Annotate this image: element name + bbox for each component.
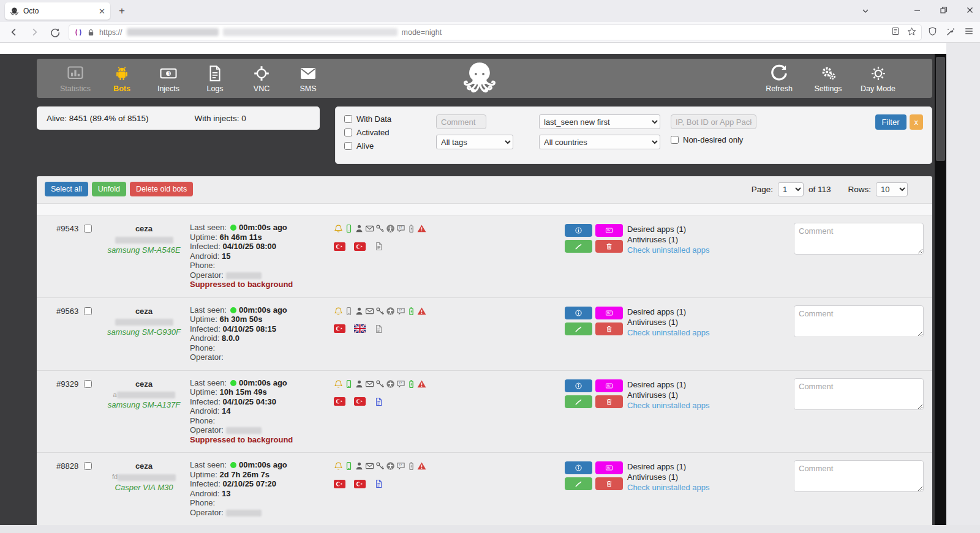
extension-icon[interactable] [74, 28, 83, 37]
phone-icon[interactable] [344, 224, 353, 233]
nav-item-statistics[interactable]: Statistics [59, 64, 92, 93]
filter-button[interactable]: Filter [875, 114, 907, 130]
warning-icon[interactable] [417, 307, 426, 316]
mail-icon[interactable] [365, 307, 374, 316]
battery-icon[interactable] [407, 461, 416, 471]
new-tab-button[interactable]: + [119, 5, 125, 17]
select-all-button[interactable]: Select all [45, 182, 88, 196]
tab-list-chevron-icon[interactable] [861, 0, 870, 22]
rows-select[interactable]: 10 [876, 182, 908, 196]
comment-textarea[interactable] [794, 378, 924, 410]
tab-close-icon[interactable]: ✕ [99, 7, 105, 15]
reload-icon[interactable] [48, 25, 62, 40]
row-select-checkbox[interactable] [84, 462, 92, 470]
user-icon[interactable] [355, 379, 364, 389]
menu-hamburger-icon[interactable] [964, 26, 974, 38]
user-icon[interactable] [355, 224, 364, 233]
shield-icon[interactable] [928, 26, 937, 38]
battery-icon[interactable] [407, 307, 416, 316]
accessibility-icon[interactable] [386, 307, 395, 316]
lock-icon[interactable] [87, 28, 95, 37]
bot-cards-button[interactable] [595, 461, 623, 474]
bot-delete-button[interactable] [595, 322, 623, 335]
sort-select[interactable]: last_seen new first [539, 114, 660, 129]
non-desired-checkbox[interactable] [671, 136, 679, 144]
cleaner-broom-icon[interactable] [946, 26, 956, 38]
nav-item-logs[interactable]: Logs [198, 64, 232, 93]
row-select-checkbox[interactable] [84, 225, 92, 233]
scrollbar-thumb[interactable] [936, 57, 945, 161]
activated-checkbox[interactable] [344, 129, 352, 136]
bot-info-button[interactable] [565, 379, 592, 392]
warning-icon[interactable] [417, 461, 426, 471]
nav-action-settings[interactable]: Settings [812, 64, 845, 93]
log-document-icon[interactable] [374, 397, 383, 406]
bell-icon[interactable] [334, 461, 343, 471]
bell-icon[interactable] [334, 224, 343, 233]
filter-non-desired[interactable]: Non-desired only [671, 135, 875, 144]
back-icon[interactable] [6, 25, 21, 40]
filter-activated[interactable]: Activated [344, 128, 436, 137]
bell-icon[interactable] [334, 307, 343, 316]
chat-alert-icon[interactable] [396, 307, 405, 316]
accessibility-icon[interactable] [386, 379, 395, 389]
user-icon[interactable] [355, 307, 364, 316]
chat-alert-icon[interactable] [396, 224, 405, 233]
phone-icon[interactable] [344, 379, 353, 389]
user-icon[interactable] [355, 461, 364, 471]
chat-alert-icon[interactable] [396, 379, 405, 389]
nav-item-bots[interactable]: Bots [105, 64, 138, 93]
search-input[interactable] [671, 114, 756, 129]
bot-commands-button[interactable] [565, 395, 592, 408]
bot-delete-button[interactable] [595, 395, 623, 408]
log-document-icon[interactable] [374, 479, 383, 488]
comment-textarea[interactable] [794, 305, 924, 337]
log-document-icon[interactable] [374, 324, 383, 334]
accessibility-icon[interactable] [386, 461, 395, 471]
row-select-checkbox[interactable] [84, 307, 92, 315]
bot-commands-button[interactable] [565, 322, 592, 335]
check-uninstalled-link[interactable]: Check uninstalled apps [627, 245, 785, 255]
phone-icon[interactable] [344, 307, 353, 316]
battery-icon[interactable] [407, 224, 416, 233]
nav-item-vnc[interactable]: VNC [245, 64, 278, 93]
bot-commands-button[interactable] [565, 477, 592, 490]
mail-icon[interactable] [365, 379, 374, 389]
browser-tab[interactable]: Octo ✕ [5, 2, 110, 20]
bot-delete-button[interactable] [595, 240, 623, 253]
window-minimize-button[interactable] [913, 6, 921, 16]
with-data-checkbox[interactable] [344, 115, 352, 123]
bot-cards-button[interactable] [595, 224, 623, 237]
check-uninstalled-link[interactable]: Check uninstalled apps [627, 482, 785, 493]
bot-cards-button[interactable] [595, 307, 623, 319]
nav-item-sms[interactable]: SMS [292, 64, 325, 93]
key-icon[interactable] [375, 379, 385, 389]
filter-alive[interactable]: Alive [344, 141, 436, 151]
check-uninstalled-link[interactable]: Check uninstalled apps [627, 327, 785, 338]
page-scrollbar[interactable] [935, 54, 946, 533]
alive-checkbox[interactable] [344, 142, 352, 150]
row-select-checkbox[interactable] [84, 380, 92, 388]
comment-filter-input[interactable] [436, 114, 486, 129]
bot-commands-button[interactable] [565, 240, 592, 253]
bot-info-button[interactable] [565, 307, 592, 319]
log-document-icon[interactable] [374, 242, 383, 251]
battery-icon[interactable] [407, 379, 416, 389]
nav-action-refresh[interactable]: Refresh [763, 64, 796, 93]
reader-mode-icon[interactable] [891, 27, 900, 37]
comment-textarea[interactable] [794, 460, 924, 492]
url-field[interactable]: https:// mode=night [69, 24, 922, 40]
bot-cards-button[interactable] [595, 379, 623, 392]
mail-icon[interactable] [365, 461, 374, 471]
comment-textarea[interactable] [794, 223, 924, 255]
bot-info-button[interactable] [565, 461, 592, 474]
key-icon[interactable] [375, 461, 385, 471]
bot-info-button[interactable] [565, 224, 592, 237]
tags-select[interactable]: All tags [436, 135, 513, 149]
chat-alert-icon[interactable] [396, 461, 405, 471]
accessibility-icon[interactable] [386, 224, 395, 233]
bot-delete-button[interactable] [595, 477, 623, 490]
key-icon[interactable] [375, 224, 385, 233]
unfold-button[interactable]: Unfold [92, 182, 126, 196]
mail-icon[interactable] [365, 224, 374, 233]
